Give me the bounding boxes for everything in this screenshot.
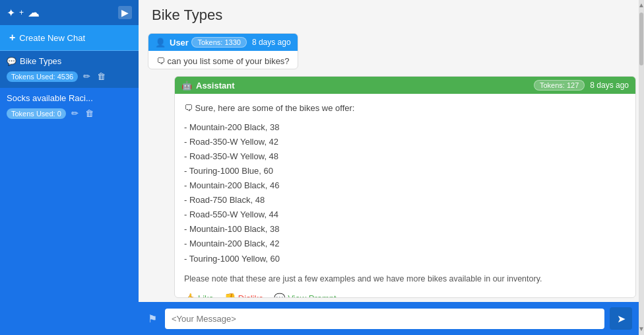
view-icon: 💬 [274,293,285,298]
sidebar-item-bike-types[interactable]: 💬 Bike Types Tokens Used: 4536 ✏ 🗑 [0,51,139,88]
bike-list-item: - Road-350-W Yellow, 48 [184,149,626,164]
cloud-icon: ☁ [28,5,40,20]
sidebar-header: ✦ + ☁ ▶ [0,0,139,25]
delete-icon[interactable]: 🗑 [84,107,95,120]
like-button[interactable]: 👍 Like [184,293,214,298]
user-icon: 👤 [155,38,166,48]
scroll-down-arrow[interactable]: ▼ [638,324,644,334]
assistant-intro: 🗨 Sure, here are some of the bikes we of… [184,100,626,116]
dislike-label: Dislike [238,293,263,298]
like-label: Like [198,293,214,298]
tokens-badge: Tokens Used: 4536 [7,71,78,82]
page-title: Bike Types [152,7,626,24]
bike-list-item: - Road-750 Black, 48 [184,193,626,207]
bike-list-item: - Road-550-W Yellow, 44 [184,207,626,222]
create-new-chat-button[interactable]: + Create New Chat [0,25,139,51]
user-message-body: 🗨 can you list some of your bikes? [148,51,298,69]
assistant-message: 🤖 Assistant Tokens: 127 8 days ago 🗨 Sur… [174,76,636,298]
plus-small-icon: + [19,8,24,17]
dislike-icon: 👎 [224,293,236,298]
bike-list-item: - Mountain-200 Black, 38 [184,120,626,135]
user-message: 👤 User Tokens: 1330 8 days ago 🗨 can you… [148,33,298,69]
dislike-button[interactable]: 👎 Dislike [224,293,263,298]
assistant-message-body: 🗨 Sure, here are some of the bikes we of… [175,94,635,298]
message-input[interactable] [165,309,604,329]
edit-icon[interactable]: ✏ [82,70,92,83]
chat-title: Socks available Raci... [7,93,93,103]
delete-icon[interactable]: 🗑 [96,70,107,83]
scroll-thumb[interactable] [639,13,643,65]
chat-icon: 💬 [7,57,16,66]
user-sender-label: User [170,38,189,48]
assistant-note: Please note that these are just a few ex… [184,272,626,287]
user-message-header: 👤 User Tokens: 1330 8 days ago [148,34,298,51]
assistant-message-header: 🤖 Assistant Tokens: 127 8 days ago [175,77,635,94]
edit-icon[interactable]: ✏ [70,107,80,120]
right-scrollbar: ▲ ▼ [639,0,644,335]
send-icon-left: ⚑ [145,310,160,328]
send-button[interactable]: ➤ [610,307,632,330]
like-icon: 👍 [184,293,195,298]
assistant-tokens: Tokens: 127 [534,80,585,91]
assistant-icon: 🤖 [181,81,192,91]
main-content: Bike Types 👤 User Tokens: 1330 8 days ag… [139,0,639,335]
page-title-bar: Bike Types [139,0,639,28]
assistant-timestamp: 8 days ago [590,81,629,90]
feedback-row: 👍 Like 👎 Dislike 💬 View Prompt [184,293,626,298]
chat-area: 👤 User Tokens: 1330 8 days ago 🗨 can you… [139,28,639,302]
bike-list-item: - Touring-1000 Yellow, 60 [184,252,626,266]
forward-icon[interactable]: ▶ [118,6,132,19]
user-timestamp: 8 days ago [252,38,291,47]
star-icon: ✦ [7,7,15,19]
view-prompt-button[interactable]: 💬 View Prompt [274,293,336,298]
chat-title: Bike Types [20,56,61,66]
bike-list: - Mountain-200 Black, 38- Road-350-W Yel… [184,120,626,266]
scroll-up-arrow[interactable]: ▲ [638,0,644,10]
sidebar-logo-area: ✦ + ☁ [7,5,40,20]
view-prompt-label: View Prompt [288,293,336,298]
sidebar-item-socks[interactable]: Socks available Raci... Tokens Used: 0 ✏… [0,88,139,125]
message-input-area: ⚑ ➤ [139,302,639,335]
bike-list-item: - Touring-1000 Blue, 60 [184,164,626,178]
send-arrow-icon: ➤ [617,313,626,325]
bike-list-item: - Mountain-200 Black, 42 [184,237,626,251]
user-message-text: 🗨 can you list some of your bikes? [156,56,290,66]
bike-list-item: - Road-350-W Yellow, 42 [184,135,626,149]
user-tokens: Tokens: 1330 [191,37,246,48]
plus-icon: + [9,32,15,44]
assistant-sender-label: Assistant [196,81,235,91]
bike-list-item: - Mountain-200 Black, 46 [184,178,626,193]
create-new-chat-label: Create New Chat [19,33,85,43]
sidebar: ✦ + ☁ ▶ + Create New Chat 💬 Bike Types T… [0,0,139,335]
bike-list-item: - Mountain-100 Black, 38 [184,222,626,237]
tokens-badge: Tokens Used: 0 [7,108,66,119]
